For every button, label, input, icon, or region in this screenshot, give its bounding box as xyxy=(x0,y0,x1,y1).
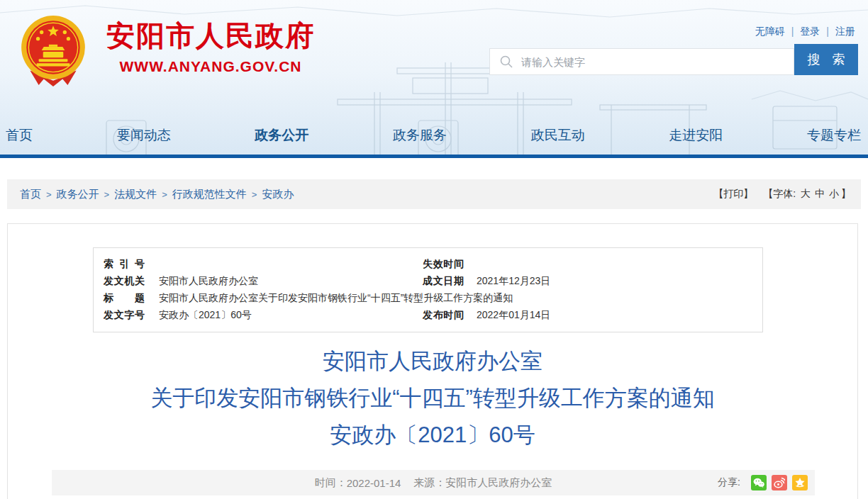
breadcrumb-bar: 首页>政务公开>法规文件>行政规范性文件>安政办 【打印】【字体: 大中小】 xyxy=(7,179,861,209)
share-weibo-icon[interactable] xyxy=(772,475,787,490)
breadcrumb-home[interactable]: 首页 xyxy=(20,188,41,200)
meta-expiry-label: 失效时间 xyxy=(423,258,464,271)
document-meta-table: 索引号 失效时间 发文机关 安阳市人民政府办公室 成文日期 2021年12月23… xyxy=(93,247,763,332)
breadcrumb-regulations[interactable]: 法规文件 xyxy=(114,188,157,200)
share-qzone-icon[interactable] xyxy=(792,475,808,490)
register-link[interactable]: 注册 xyxy=(835,26,855,37)
page-tools: 【打印】【字体: 大中小】 xyxy=(713,188,851,201)
link-divider: | xyxy=(826,26,829,37)
accessibility-link[interactable]: 无障碍 xyxy=(755,26,785,37)
site-title: 安阳市人民政府 xyxy=(95,18,326,52)
breadcrumb: 首页>政务公开>法规文件>行政规范性文件>安政办 xyxy=(20,188,294,201)
nav-item-home[interactable]: 首页 xyxy=(6,126,33,145)
nav-item-about-anyang[interactable]: 走进安阳 xyxy=(669,126,723,145)
meta-title-label: 标题 xyxy=(104,292,145,305)
meta-date-written-value: 2021年12月23日 xyxy=(477,275,752,288)
breadcrumb-separator: > xyxy=(46,189,52,200)
site-url: WWW.ANYANG.GOV.CN xyxy=(95,58,326,75)
page: 安阳市人民政府 WWW.ANYANG.GOV.CN 无障碍|登录|注册 搜 索 … xyxy=(0,0,868,499)
nav-item-gov-info[interactable]: 政务公开 xyxy=(255,126,308,145)
breadcrumb-gov-info[interactable]: 政务公开 xyxy=(57,188,99,200)
meta-publish-value: 2022年01月14日 xyxy=(477,309,752,322)
meta-doc-number-label: 发文字号 xyxy=(104,309,145,322)
brand-block: 安阳市人民政府 WWW.ANYANG.GOV.CN xyxy=(95,18,326,75)
meta-index-label: 索引号 xyxy=(104,258,145,271)
font-size-small[interactable]: 小 xyxy=(829,188,839,199)
article-card: 索引号 失效时间 发文机关 安阳市人民政府办公室 成文日期 2021年12月23… xyxy=(7,223,858,499)
breadcrumb-anzhengban[interactable]: 安政办 xyxy=(262,188,294,200)
share-label: 分享: xyxy=(718,476,740,489)
document-title-line3: 安政办〔2021〕60号 xyxy=(8,417,857,454)
meta-agency-label: 发文机关 xyxy=(104,275,145,288)
font-size-label-end: 】 xyxy=(841,188,851,199)
login-link[interactable]: 登录 xyxy=(800,26,820,37)
national-emblem-logo xyxy=(17,14,89,86)
site-header: 安阳市人民政府 WWW.ANYANG.GOV.CN 无障碍|登录|注册 搜 索 … xyxy=(0,0,868,158)
document-title: 安阳市人民政府办公室 关于印发安阳市钢铁行业“十四五”转型升级工作方案的通知 安… xyxy=(8,343,857,454)
time-value: 2022-01-14 xyxy=(347,477,401,489)
search-bar: 搜 索 xyxy=(489,44,858,75)
meta-date-written-label: 成文日期 xyxy=(423,275,464,288)
link-divider: | xyxy=(791,26,794,37)
nav-item-news[interactable]: 要闻动态 xyxy=(117,126,171,145)
article-info-bar: 时间：2022-01-14 来源：安阳市人民政府办公室 分享: xyxy=(52,470,815,495)
nav-item-interaction[interactable]: 政民互动 xyxy=(531,126,585,145)
meta-doc-number-value: 安政办〔2021〕60号 xyxy=(159,309,423,322)
document-title-line1: 安阳市人民政府办公室 xyxy=(8,343,857,380)
font-size-large[interactable]: 大 xyxy=(801,188,811,199)
search-button[interactable]: 搜 索 xyxy=(794,44,858,75)
search-input[interactable] xyxy=(521,49,791,74)
nav-item-services[interactable]: 政务服务 xyxy=(393,126,447,145)
top-utility-links: 无障碍|登录|注册 xyxy=(755,26,855,38)
meta-publish-label: 发布时间 xyxy=(423,309,464,322)
search-input-wrap xyxy=(489,48,794,75)
breadcrumb-normative-docs[interactable]: 行政规范性文件 xyxy=(172,188,247,200)
breadcrumb-separator: > xyxy=(162,189,167,200)
main-nav: 首页 要闻动态 政务公开 政务服务 政民互动 走进安阳 专题专栏 xyxy=(0,119,868,158)
share-wechat-icon[interactable] xyxy=(751,475,767,490)
print-button[interactable]: 【打印】 xyxy=(713,188,753,199)
time-label: 时间： xyxy=(315,476,347,490)
breadcrumb-separator: > xyxy=(252,189,257,200)
font-size-medium[interactable]: 中 xyxy=(815,188,825,199)
meta-agency-value: 安阳市人民政府办公室 xyxy=(159,275,423,288)
share-block: 分享: xyxy=(718,470,808,495)
source-label: 来源： xyxy=(413,476,445,490)
source-value: 安阳市人民政府办公室 xyxy=(445,476,552,490)
document-title-line2: 关于印发安阳市钢铁行业“十四五”转型升级工作方案的通知 xyxy=(8,380,857,417)
nav-item-special-topics[interactable]: 专题专栏 xyxy=(807,126,861,145)
font-size-label: 【字体: xyxy=(763,188,796,199)
breadcrumb-separator: > xyxy=(104,189,110,200)
meta-title-value: 安阳市人民政府办公室关于印发安阳市钢铁行业“十四五”转型升级工作方案的通知 xyxy=(159,292,752,305)
search-icon xyxy=(499,55,513,69)
